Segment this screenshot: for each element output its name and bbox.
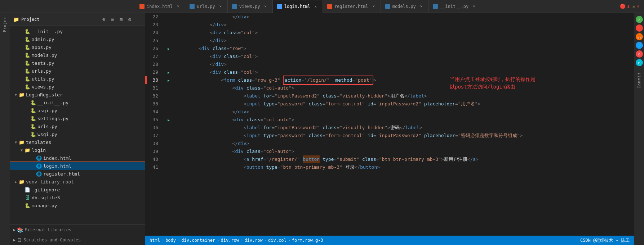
tab-close-btn[interactable]: ×	[263, 4, 268, 9]
py-file-icon	[385, 4, 390, 9]
tree-item-utils-py[interactable]: 🐍 utils.py	[10, 75, 145, 83]
gutter-arrow-30: ▶	[168, 78, 170, 82]
close-sidebar-button[interactable]: —	[135, 16, 142, 23]
tree-item-gitignore[interactable]: 📄 .gitignore	[10, 186, 145, 194]
tree-item-tests-py[interactable]: 🐍 tests.py	[10, 59, 145, 67]
tree-spacer	[19, 52, 25, 58]
tree-item-label: models.py	[32, 53, 57, 58]
tree-item-label: admin.py	[32, 37, 54, 42]
py-file-icon: 🐍	[25, 76, 30, 82]
tree-spacer	[30, 155, 36, 161]
expand-all-button[interactable]: ≡	[109, 16, 116, 23]
tree-item-apps-py[interactable]: 🐍 apps.py	[10, 43, 145, 51]
html-file-icon	[139, 4, 145, 9]
browser-icon-edge[interactable]: e	[636, 59, 643, 66]
tree-item-models-py[interactable]: 🐍 models.py	[10, 51, 145, 59]
tree-item-login-folder[interactable]: ▼ 📁 login	[10, 146, 145, 154]
collapse-all-button[interactable]: ⊟	[117, 16, 125, 23]
tree-item-venv-folder[interactable]: ▶ 📁 venv library root	[10, 178, 145, 186]
tab-close-btn[interactable]: ×	[313, 4, 318, 9]
html-file-icon-active	[277, 4, 282, 9]
tab-close-btn[interactable]: ×	[471, 4, 476, 9]
tab-register-html[interactable]: register.html ×	[323, 0, 381, 13]
browser-icon-firefox[interactable]: 🦊	[636, 33, 643, 40]
gutter: ▶ ▶ ▶ ▶	[165, 13, 172, 236]
tree-item-label: tests.py	[32, 60, 54, 66]
db-file-icon: 🗄	[25, 195, 30, 200]
status-div-row-1: div.row	[221, 238, 239, 243]
project-label: Project	[3, 14, 7, 32]
tree-item-urls-py[interactable]: 🐍 urls.py	[10, 67, 145, 75]
settings-button[interactable]: ⚙	[126, 16, 133, 23]
tree-spacer	[19, 84, 25, 90]
browser-icon-blue[interactable]: 🌐	[636, 42, 643, 49]
tree-item-label: views.py	[32, 84, 54, 90]
py-file-icon	[433, 4, 438, 9]
tab-close-btn[interactable]: ×	[371, 4, 376, 9]
sidebar-header: 📁 Project ⊕ ≡ ⊟ ⚙ —	[10, 13, 145, 26]
folder-arrow: ▼	[13, 139, 19, 145]
browser-icon-red[interactable]: 🔴	[636, 24, 643, 32]
py-file-icon: 🐍	[25, 60, 30, 66]
tree-spacer	[25, 123, 30, 129]
tab-label: __init__.py	[440, 4, 468, 9]
gutter-arrow-35: ▶	[168, 118, 170, 122]
file-icon: 📄	[25, 187, 30, 192]
tree-item-wsgi-py[interactable]: 🐍 wsgi.py	[10, 130, 145, 138]
py-file-icon: 🐍	[30, 123, 36, 129]
folder-icon: 📁	[19, 179, 25, 185]
folder-arrow: ▼	[13, 92, 19, 97]
tab-init-py[interactable]: __init__.py ×	[428, 0, 481, 13]
expand-icon: ▶	[13, 237, 15, 242]
tree-item-db-sqlite3[interactable]: 🗄 db.sqlite3	[10, 194, 145, 201]
tree-item-manage-py[interactable]: 🐍 manage.py	[10, 201, 145, 209]
code-lines[interactable]: </div> </div> <div class="col">	[172, 13, 634, 236]
tree-item-settings-py[interactable]: 🐍 settings.py	[10, 114, 145, 122]
browser-icon-ie[interactable]: e	[636, 50, 643, 58]
sidebar: 📁 Project ⊕ ≡ ⊟ ⚙ — 🐍 __init__.py	[10, 13, 145, 245]
folder-arrow: ▶	[13, 179, 19, 185]
tree-spacer	[19, 60, 25, 66]
folder-arrow: ▼	[19, 147, 25, 153]
tree-item-lr-init-py[interactable]: 🐍 __init__.py	[10, 99, 145, 106]
tree-item-lr-urls-py[interactable]: 🐍 urls.py	[10, 122, 145, 130]
tree-item-label: __init__.py	[32, 29, 63, 34]
tab-close-btn[interactable]: ×	[176, 4, 181, 9]
tree-item-login-html-selected[interactable]: 🌐 login.html	[10, 162, 145, 170]
tab-views-py[interactable]: views.py ×	[228, 0, 273, 13]
tab-models-py[interactable]: models.py ×	[381, 0, 428, 13]
html-file-icon	[327, 4, 332, 9]
status-div-row-2: div.row	[244, 238, 263, 243]
py-file-icon: 🐍	[25, 68, 30, 74]
tab-urls-py[interactable]: urls.py ×	[185, 0, 228, 13]
tree-item-loginregister-folder[interactable]: ▼ 📁 LoginRegister	[10, 91, 145, 99]
html-file-icon: 🌐	[36, 155, 42, 161]
tree-item-templates-folder[interactable]: ▼ 📁 templates	[10, 138, 145, 146]
tab-login-html[interactable]: login.html ×	[273, 0, 323, 13]
external-libraries-item[interactable]: ▶ 📚 External Libraries	[10, 225, 145, 235]
tree-item-admin-py[interactable]: 🐍 admin.py	[10, 35, 145, 43]
tree-item-label: asgi.py	[37, 108, 57, 113]
tab-close-btn[interactable]: ×	[419, 4, 424, 9]
tree-item-label: settings.py	[37, 116, 68, 121]
tree-item-init-py[interactable]: 🐍 __init__.py	[10, 27, 145, 35]
tree-item-label: venv library root	[26, 179, 74, 185]
tree-item-views-py[interactable]: 🐍 views.py	[10, 83, 145, 91]
tree-item-asgi-py[interactable]: 🐍 asgi.py	[10, 106, 145, 114]
tree-item-register-html[interactable]: 🌐 register.html	[10, 170, 145, 178]
scratches-and-consoles-item[interactable]: ▶ 🗒 Scratches and Consoles	[10, 235, 145, 245]
tree-spacer	[30, 171, 36, 177]
tree-item-index-html[interactable]: 🌐 index.html	[10, 154, 145, 162]
tab-label: index.html	[147, 4, 173, 9]
new-file-button[interactable]: ⊕	[100, 16, 107, 23]
tab-index-html[interactable]: index.html ×	[135, 0, 185, 13]
tree-item-label: urls.py	[37, 124, 57, 129]
tree-item-label: __init__.py	[37, 100, 68, 105]
tree-item-label: .gitignore	[32, 187, 60, 192]
tree-spacer	[25, 100, 30, 105]
tree-item-label: LoginRegister	[26, 92, 63, 97]
tab-close-btn[interactable]: ×	[218, 4, 223, 9]
code-line-26: <div class="row">	[176, 45, 634, 53]
browser-icon-green[interactable]: ✓	[636, 16, 643, 23]
status-html: html	[150, 238, 160, 243]
